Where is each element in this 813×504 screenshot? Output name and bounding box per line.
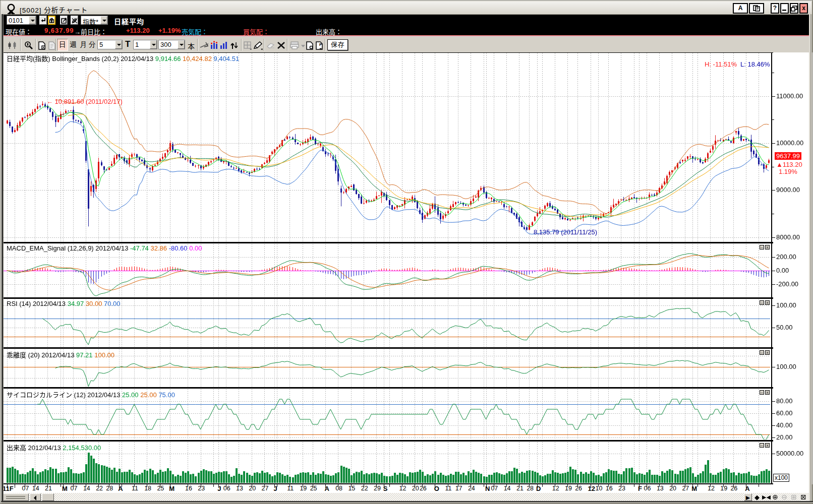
- bars-unit-label: 本: [188, 41, 195, 51]
- search-button[interactable]: [48, 16, 55, 25]
- panel-header-rsi: RSI (14) 2012/04/13 34.97 30.00 70.00: [7, 300, 121, 307]
- grid-small-icon[interactable]: ⊞: [790, 493, 798, 501]
- step-buttons-icon[interactable]: ◆: [753, 493, 761, 501]
- panel-close-button[interactable]: x: [765, 300, 770, 305]
- price-change: +113.20: [126, 27, 150, 34]
- panel-close-button[interactable]: x: [765, 245, 770, 249]
- x-axis-label: 07: [491, 485, 498, 492]
- eraser-button[interactable]: [266, 39, 275, 51]
- x-axis-tick: [542, 484, 543, 487]
- panel-close-button[interactable]: x: [765, 350, 770, 355]
- print-button[interactable]: [290, 39, 304, 51]
- indicator-red-blue-button[interactable]: [210, 39, 219, 51]
- x-axis-label: A: [118, 485, 123, 492]
- panel-minimize-button[interactable]: –: [760, 443, 764, 448]
- tick-count-combo[interactable]: 1: [133, 40, 157, 49]
- x-axis-label: 23: [198, 485, 205, 492]
- compare-chart-button[interactable]: [6, 39, 19, 51]
- x-axis-label: 12: [588, 485, 595, 492]
- panel-close-button[interactable]: x: [765, 390, 770, 395]
- panel-minimize-button[interactable]: –: [760, 245, 764, 249]
- font-setting-button[interactable]: A: [733, 3, 748, 14]
- h-scrollbar[interactable]: ▶ ◆ ▶◀ ⊕ ⊖ ⊞ ⊠: [2, 493, 811, 501]
- x-axis-tick: [389, 484, 390, 487]
- y-axis-label-macd: -200.00: [776, 280, 798, 288]
- close-button[interactable]: x: [799, 3, 808, 14]
- tick-dropdown-icon[interactable]: [150, 40, 157, 49]
- x-axis-label: 11: [132, 485, 138, 492]
- jump-end-icon[interactable]: ▶◀: [762, 493, 770, 501]
- x-axis-tick: [484, 484, 484, 487]
- new-page-button[interactable]: [36, 39, 47, 51]
- period-month-button[interactable]: 月: [78, 39, 88, 51]
- y-axis-label-psych: 20.00: [776, 433, 793, 441]
- scrollbar-left-button[interactable]: [30, 493, 41, 501]
- grid-button[interactable]: [243, 39, 252, 51]
- annotation-high: ← 10,891.60 (2011/02/17): [46, 98, 123, 105]
- x-axis-label: 11: [445, 485, 451, 492]
- category-combo[interactable]: 指数*: [81, 16, 108, 25]
- enter-button[interactable]: [39, 16, 47, 25]
- x-axis-label: 07: [22, 485, 29, 492]
- symbol-code-dropdown-icon[interactable]: [29, 16, 36, 24]
- scrollbar-thumb[interactable]: [42, 493, 54, 501]
- delete-drawing-button[interactable]: [277, 39, 285, 51]
- trendline-button[interactable]: [199, 39, 210, 51]
- period-week-button[interactable]: 週: [68, 39, 78, 51]
- minute-dropdown-icon[interactable]: [115, 40, 122, 49]
- x-axis-label: 21: [45, 485, 52, 492]
- x-axis-label: D: [536, 485, 541, 492]
- minute-interval-combo[interactable]: 5: [97, 40, 123, 49]
- bar-count-combo[interactable]: 300: [158, 40, 185, 49]
- save-button[interactable]: 保存: [327, 39, 348, 50]
- page-print-button[interactable]: P: [315, 39, 323, 51]
- x-axis-label: F: [638, 485, 642, 492]
- draw-pencil-button[interactable]: [253, 39, 263, 51]
- symbol-code-combo[interactable]: 0101: [7, 16, 36, 25]
- bars-dropdown-icon[interactable]: [178, 40, 185, 49]
- x-axis-label: 25: [157, 485, 164, 492]
- zoom-in-icon[interactable]: ⊕: [771, 493, 779, 501]
- high-percent-label: H: -11.51%: [705, 60, 737, 68]
- y-axis-label-psych: 60.00: [776, 409, 793, 417]
- quote-row: 現在値： 9,637.99 →前日比： +113.20 +1.19% 売気配： …: [2, 26, 811, 35]
- x-axis-label: 11: [287, 485, 294, 492]
- x-axis-label: 23: [618, 485, 625, 492]
- copy-window-button[interactable]: [749, 3, 764, 14]
- page-report-button[interactable]: [305, 39, 313, 51]
- period-day-button[interactable]: 日: [57, 39, 68, 51]
- panel-close-button[interactable]: x: [765, 443, 770, 448]
- delete-edit-button[interactable]: [71, 16, 78, 25]
- sort-updown-button[interactable]: [229, 39, 240, 51]
- panel-minimize-button[interactable]: –: [760, 300, 764, 305]
- x-axis-label: M: [62, 485, 68, 492]
- register-edit-button[interactable]: [60, 16, 68, 25]
- restore-button[interactable]: [790, 3, 798, 14]
- x-axis-label: 14: [504, 485, 511, 492]
- x-axis-label: 16: [606, 485, 613, 492]
- panel-minimize-button[interactable]: –: [760, 350, 764, 355]
- zoom-out-icon[interactable]: ⊖: [780, 493, 788, 501]
- x-axis-label: 12: [552, 485, 559, 492]
- panel-header-macd-part: MACD_EMA_Signal (12,26,9) 2012/04/13: [7, 244, 130, 252]
- chart-canvas[interactable]: [2, 52, 812, 484]
- x-axis-label: 25: [310, 485, 317, 492]
- scrollbar-grip[interactable]: [3, 493, 29, 501]
- panel-header-vol-part: 2,154,530.00: [63, 444, 101, 452]
- play-button[interactable]: ▶: [744, 493, 752, 501]
- y-axis-label-vol: 50000.00: [776, 450, 803, 457]
- close-panel-icon[interactable]: ⊠: [799, 493, 807, 501]
- panel-header-macd-part: -47.74: [130, 244, 149, 252]
- x-axis-label: A: [745, 485, 749, 492]
- panel-header-macd: MACD_EMA_Signal (12,26,9) 2012/04/13 -47…: [7, 244, 202, 252]
- period-minute-button[interactable]: 分: [88, 39, 97, 51]
- category-dropdown-icon[interactable]: [100, 16, 107, 24]
- minimize-button[interactable]: [780, 3, 789, 14]
- panel-minimize-button[interactable]: –: [760, 390, 764, 395]
- bottom-bar: 11F071421M07142228A111825M1623J06132027J…: [2, 484, 811, 503]
- price-change-pct: +1.19%: [158, 27, 181, 34]
- help-button[interactable]: ?: [771, 3, 779, 14]
- panel-header-dev-part: 乖離度 (20) 2012/04/13: [7, 351, 76, 359]
- indicator-blue-button[interactable]: [219, 39, 228, 51]
- zoom-button[interactable]: [22, 39, 35, 51]
